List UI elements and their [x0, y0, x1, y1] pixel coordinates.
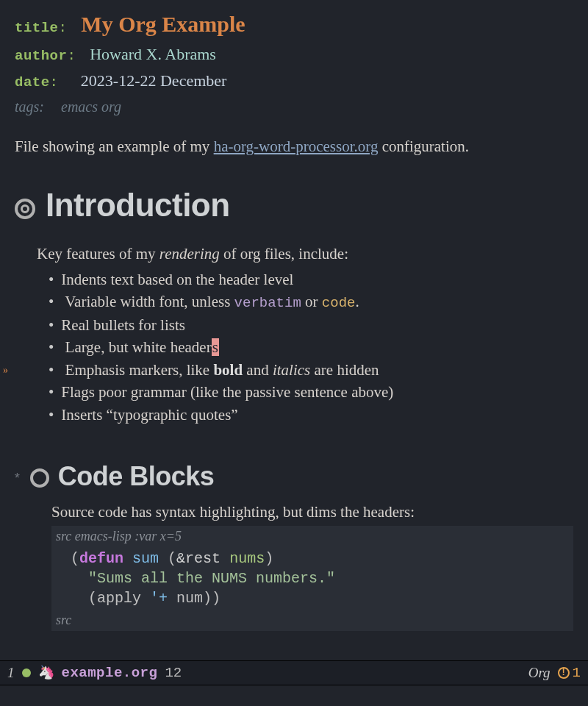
meta-title-line: title: My Org Example [15, 7, 573, 40]
features-list: Indents text based on the header level V… [49, 268, 573, 426]
list-item: Large, but white headers [49, 336, 573, 358]
minibuffer[interactable] [0, 685, 588, 706]
unicorn-icon: 🦄 [38, 663, 54, 683]
code-text: code [322, 295, 356, 311]
list-item: Flags poor grammar (like the passive sen… [49, 381, 573, 403]
code-intro-text: Source code has syntax highlighting, but… [51, 501, 573, 524]
src-block-header: src emacs-lisp :var x=5 [51, 526, 573, 547]
src-block-body[interactable]: (defun sum (&rest nums) "Sums all the NU… [51, 547, 573, 610]
src-block-footer: src [51, 610, 573, 631]
doc-tags: emacs org [61, 99, 121, 115]
code-line: (defun sum (&rest nums) [71, 549, 569, 568]
doc-author: Howard X. Abrams [90, 45, 216, 63]
meta-tags-line: tags: emacs org [15, 96, 573, 118]
doc-date: 2023-12-22 December [81, 71, 227, 90]
list-item: Real bullets for lists [49, 314, 573, 336]
intro-paragraph: File showing an example of my ha-org-wor… [15, 135, 573, 159]
meta-date-line: date: 2023-12-22 December [15, 68, 573, 93]
code-line: "Sums all the NUMS numbers." [71, 568, 569, 588]
flycheck-warning[interactable]: ! 1 [558, 663, 581, 684]
heading-code-blocks[interactable]: * Code Blocks [15, 457, 573, 496]
modified-indicator-icon [22, 668, 31, 677]
window-number: 1 [7, 663, 15, 684]
config-link[interactable]: ha-org-word-processor.org [214, 138, 379, 155]
meta-key-title: title [15, 20, 59, 36]
editor-buffer[interactable]: title: My Org Example author: Howard X. … [0, 0, 588, 655]
heading-introduction[interactable]: Introduction [15, 181, 573, 229]
heading-text: Code Blocks [58, 457, 215, 496]
doc-title: My Org Example [81, 12, 245, 36]
code-line: (apply '+ num)) [71, 588, 569, 608]
modeline[interactable]: 1 🦄 example.org 12 Org ! 1 [0, 660, 588, 685]
list-item: Inserts “typographic quotes” [49, 404, 573, 426]
text-cursor: s [212, 338, 219, 356]
features-intro: Key features of my rendering of org file… [37, 243, 573, 266]
list-item: Variable width font, unless verbatim or … [49, 290, 573, 314]
verbatim-text: verbatim [234, 295, 301, 311]
meta-key-author: author [15, 48, 67, 64]
warning-icon: ! [558, 667, 570, 679]
major-mode[interactable]: Org [528, 663, 551, 684]
meta-key-date: date [15, 74, 50, 90]
heading-bullet-icon [15, 199, 35, 219]
outline-star-icon: * [13, 469, 21, 489]
intro-text-prefix: File showing an example of my [15, 138, 214, 155]
warning-count: 1 [573, 663, 581, 684]
list-item: Indents text based on the header level [49, 268, 573, 290]
intro-text-suffix: configuration. [378, 138, 469, 155]
fringe-arrow-icon: » [3, 363, 8, 378]
buffer-name[interactable]: example.org [62, 663, 158, 684]
heading-text: Introduction [46, 181, 230, 229]
column-number: 12 [165, 663, 182, 684]
heading-bullet-icon [30, 468, 49, 488]
list-item: » Emphasis markers, like bold and italic… [49, 359, 573, 381]
meta-author-line: author: Howard X. Abrams [15, 42, 573, 67]
meta-key-tags: tags: [15, 99, 44, 115]
